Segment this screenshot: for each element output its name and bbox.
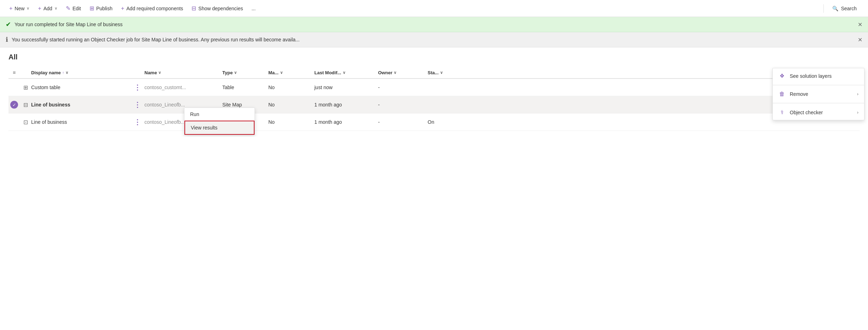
edit-label: Edit: [73, 6, 81, 11]
success-close-button[interactable]: ✕: [858, 21, 862, 28]
object-checker-item[interactable]: ⚕ Object checker ›: [773, 105, 864, 120]
row2-menu[interactable]: ⋮: [130, 100, 144, 109]
publish-button[interactable]: ⊞ Publish: [86, 3, 116, 14]
toolbar-separator: [823, 4, 824, 13]
info-icon: ℹ: [6, 36, 8, 44]
managed-label: Ma...: [268, 70, 279, 75]
row2-last-modified: 1 month ago: [314, 102, 378, 108]
row1-type: Table: [222, 85, 268, 90]
header-display-name[interactable]: Display name ↑ ∨: [31, 70, 130, 75]
remove-chevron-icon: ›: [857, 92, 858, 97]
table-row[interactable]: ⊞ Custom table ⋮ contoso_customt... Tabl…: [8, 79, 860, 96]
search-icon: 🔍: [832, 6, 838, 11]
remove-item[interactable]: 🗑 Remove ›: [773, 87, 864, 102]
show-dependencies-button[interactable]: ⊟ Show dependencies: [188, 3, 246, 14]
pencil-icon: ✎: [66, 5, 70, 12]
object-checker-label: Object checker: [790, 110, 823, 115]
publish-label: Publish: [96, 6, 113, 11]
header-managed[interactable]: Ma... ∨: [268, 70, 314, 75]
row1-menu[interactable]: ⋮: [130, 83, 144, 92]
edit-button[interactable]: ✎ Edit: [62, 3, 85, 14]
table-header: ≡ Display name ↑ ∨ Name ∨ Type ∨ Ma... ∨: [8, 67, 860, 79]
success-icon: ✔: [6, 21, 11, 28]
main-content: All ≡ Display name ↑ ∨ Name ∨ Type ∨: [0, 47, 868, 137]
run-context-menu: Run View results: [184, 108, 255, 135]
publish-icon: ⊞: [90, 5, 94, 12]
header-name[interactable]: Name ∨: [144, 70, 222, 75]
row3-menu[interactable]: ⋮: [130, 118, 144, 126]
row2-icon-col: ⊟: [20, 102, 31, 108]
row2-managed: No: [268, 102, 314, 108]
row3-icon-col: ⊡: [20, 119, 31, 126]
table-container: ≡ Display name ↑ ∨ Name ∨ Type ∨ Ma... ∨: [8, 67, 860, 131]
menu-divider2: [773, 103, 864, 103]
header-last-modified[interactable]: Last Modif... ∨: [314, 70, 378, 75]
stethoscope-icon: ⚕: [778, 109, 786, 116]
new-chevron-icon: ∨: [27, 6, 29, 11]
owner-label: Owner: [378, 70, 392, 75]
add-required-icon: +: [121, 5, 124, 12]
row3-managed: No: [268, 119, 314, 125]
row2-name: contoso_Lineofb...: [144, 102, 222, 108]
object-checker-chevron-icon: ›: [857, 110, 858, 115]
model-icon: ⊡: [23, 119, 28, 126]
table-icon: ⊞: [23, 84, 28, 91]
see-solution-layers-item[interactable]: ❖ See solution layers: [773, 68, 864, 83]
add-chevron-icon: ∨: [55, 6, 57, 11]
right-dropdown-menu: ❖ See solution layers 🗑 Remove › ⚕ Objec…: [772, 68, 864, 120]
new-button[interactable]: + New ∨: [6, 3, 33, 14]
add-required-button[interactable]: + Add required components: [118, 3, 187, 14]
info-text: You successfully started running an Obje…: [12, 37, 299, 42]
see-solution-layers-label: See solution layers: [790, 73, 832, 79]
sort-asc-icon: ↑: [62, 70, 64, 75]
name-chevron-icon: ∨: [158, 70, 161, 75]
managed-chevron-icon: ∨: [280, 70, 283, 75]
info-banner: ℹ You successfully started running an Ob…: [0, 32, 868, 47]
table-row[interactable]: ⊡ Line of business ⋮ contoso_Lineofb... …: [8, 114, 860, 131]
status-chevron-icon: ∨: [440, 70, 443, 75]
add-button[interactable]: + Add ∨: [34, 3, 61, 14]
add-label: Add: [44, 6, 52, 11]
show-dependencies-label: Show dependencies: [198, 6, 243, 11]
trash-icon: 🗑: [778, 91, 786, 97]
row1-last-modified: just now: [314, 85, 378, 90]
row3-display-name: Line of business: [31, 119, 130, 125]
row2-type: Site Map: [222, 102, 268, 108]
owner-chevron-icon: ∨: [394, 70, 396, 75]
menu-divider: [773, 85, 864, 85]
header-status[interactable]: Sta... ∨: [428, 70, 463, 75]
header-owner[interactable]: Owner ∨: [378, 70, 428, 75]
run-menu-item[interactable]: Run: [184, 108, 255, 121]
plus-icon: +: [9, 5, 12, 12]
toolbar: + New ∨ + Add ∨ ✎ Edit ⊞ Publish + Add r…: [0, 0, 868, 17]
display-name-label: Display name: [31, 70, 61, 75]
ellipsis-label: ...: [251, 6, 256, 11]
row1-managed: No: [268, 85, 314, 90]
row2-owner: -: [378, 102, 428, 108]
new-label: New: [15, 6, 24, 11]
info-close-button[interactable]: ✕: [858, 36, 862, 43]
view-results-menu-item[interactable]: View results: [184, 121, 255, 135]
add-required-label: Add required components: [126, 6, 183, 11]
name-label: Name: [144, 70, 157, 75]
row3-owner: -: [378, 119, 428, 125]
last-modified-chevron-icon: ∨: [343, 70, 346, 75]
display-name-chevron-icon: ∨: [65, 70, 68, 75]
row1-name: contoso_customt...: [144, 85, 222, 90]
add-plus-icon: +: [38, 5, 41, 12]
status-label: Sta...: [428, 70, 439, 75]
more-button[interactable]: ...: [248, 4, 259, 13]
success-banner: ✔ Your run completed for Site Map Line o…: [0, 17, 868, 32]
row2-checkbox[interactable]: ✓: [8, 101, 20, 109]
type-label: Type: [222, 70, 233, 75]
success-text: Your run completed for Site Map Line of …: [15, 22, 122, 27]
selected-check-icon: ✓: [10, 101, 18, 109]
search-button[interactable]: 🔍 Search: [827, 4, 862, 13]
row3-status: On: [428, 119, 463, 125]
sitemap-icon: ⊟: [23, 102, 28, 108]
last-modified-label: Last Modif...: [314, 70, 341, 75]
row3-last-modified: 1 month ago: [314, 119, 378, 125]
table-row[interactable]: ✓ ⊟ Line of business ⋮ contoso_Lineofb..…: [8, 96, 860, 114]
remove-label: Remove: [790, 91, 808, 97]
header-type[interactable]: Type ∨: [222, 70, 268, 75]
